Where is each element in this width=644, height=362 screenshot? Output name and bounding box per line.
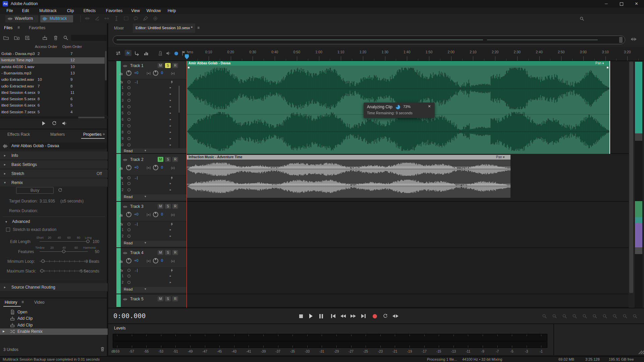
playhead-head-icon[interactable] (185, 54, 189, 57)
track-arm-button[interactable]: R (172, 157, 178, 162)
collapse-chevron-icon[interactable]: › (118, 195, 121, 199)
move-tool-icon[interactable] (85, 16, 90, 21)
marquee-selection-tool-icon[interactable] (123, 16, 129, 21)
volume-knob[interactable] (126, 258, 131, 263)
clip-pan-label[interactable]: Pan ▾ (595, 61, 609, 65)
fx-slot-arrow-icon[interactable]: ▸ (170, 182, 173, 186)
fx-slot-power-button[interactable] (127, 228, 130, 231)
file-row[interactable]: udio Extracted.wav109 (0, 77, 105, 83)
file-row[interactable]: lventure Time.mp312 (0, 57, 105, 64)
play-button[interactable] (307, 312, 315, 320)
tab-properties[interactable]: Properties (83, 132, 102, 137)
files-hscroll-thumb[interactable] (78, 117, 105, 118)
loop-playback-button[interactable] (381, 312, 390, 320)
zoom-in-amplitude-button[interactable] (582, 314, 587, 319)
fx-slot-power-button[interactable] (127, 99, 130, 102)
fx-power-button[interactable] (127, 176, 130, 179)
history-item[interactable]: Add Clip (0, 315, 108, 322)
pan-knob[interactable] (153, 165, 158, 170)
volume-envelope-line[interactable] (187, 184, 511, 184)
fx-slot-arrow-icon[interactable]: ▸ (170, 274, 173, 278)
fx-power-button[interactable] (127, 269, 130, 272)
fx-power-button[interactable] (127, 223, 130, 226)
menu-item-view[interactable]: View (129, 7, 142, 14)
zoom-in-time-button[interactable] (562, 314, 567, 319)
history-item[interactable]: ▶Enable Remix (0, 328, 108, 335)
fx-rack-toggle[interactable]: fx (125, 50, 131, 56)
pan-knob[interactable] (153, 212, 158, 217)
zoom-to-in-point-button[interactable] (612, 314, 618, 319)
column-header-access-order[interactable]: Access Order (35, 45, 58, 49)
trash-icon[interactable] (53, 35, 58, 41)
fade-handle[interactable] (607, 67, 608, 68)
menu-item-clip[interactable]: Clip (64, 7, 77, 14)
fx-slot-power-button[interactable] (127, 235, 130, 238)
fx-prepost-icon[interactable]: →| (133, 222, 140, 227)
tab-editor-session[interactable]: Editor: Untitled Session 10.sesx * (136, 26, 195, 31)
busy-button[interactable]: Busy (16, 187, 54, 194)
stop-button[interactable] (297, 312, 305, 320)
fx-slot-arrow-icon[interactable]: ▸ (170, 111, 173, 115)
track-solo-button[interactable]: S (165, 296, 171, 301)
track-name[interactable]: Track 3 (130, 204, 154, 209)
fx-slot-power-button[interactable] (127, 112, 130, 115)
zoom-in-button[interactable] (542, 314, 547, 319)
fx-slot-power-button[interactable] (127, 182, 130, 185)
stretch-checkbox[interactable] (6, 228, 10, 232)
zoom-out-time-button[interactable] (572, 314, 577, 319)
fx-slot-arrow-icon[interactable]: ▸ (170, 130, 173, 134)
fx-slot-arrow-icon[interactable]: ▸ (170, 118, 173, 122)
menu-item-edit[interactable]: Edit (19, 7, 32, 14)
fast-forward-button[interactable] (349, 312, 358, 320)
lasso-selection-tool-icon[interactable] (133, 16, 139, 21)
automation-mode-row[interactable]: Read▾ (121, 241, 187, 246)
automation-mode-row[interactable]: Read▾ (121, 287, 187, 292)
track-arm-button[interactable]: R (172, 296, 178, 301)
volume-knob[interactable] (126, 70, 131, 76)
tab-mixer[interactable]: Mixer (114, 26, 131, 31)
track-solo-button[interactable]: S (165, 250, 171, 255)
monitor-input-icon[interactable] (166, 51, 171, 56)
menu-item-multitrack[interactable]: Multitrack (35, 7, 61, 14)
fx-slot-power-button[interactable] (127, 281, 130, 284)
slider-knob[interactable] (62, 250, 65, 253)
new-item-icon[interactable] (25, 35, 30, 41)
shuttle-button[interactable] (391, 312, 400, 320)
skip-to-end-button[interactable] (359, 312, 368, 320)
history-panel-menu-icon[interactable]: ≡ (21, 300, 26, 305)
reset-remix-icon[interactable] (58, 188, 63, 193)
column-header-open-order[interactable]: Open Order (62, 45, 85, 49)
track-mute-button[interactable]: M (158, 63, 163, 68)
section-basic-settings[interactable]: ▸Basic Settings (0, 161, 108, 169)
metronome-icon[interactable] (158, 51, 163, 56)
fx-slot-power-button[interactable] (127, 275, 130, 278)
section-remix[interactable]: ▾Remix (0, 179, 108, 187)
pan-knob[interactable] (153, 70, 158, 76)
zoom-to-out-point-button[interactable] (623, 314, 628, 319)
time-selection-tool-icon[interactable] (114, 16, 119, 21)
fx-slot-power-button[interactable] (127, 118, 130, 121)
zoom-to-selection-button[interactable] (602, 314, 607, 319)
view-button-waveform[interactable]: Waveform (5, 15, 38, 22)
track-mute-button[interactable]: M (158, 157, 163, 162)
track-solo-button[interactable]: S (165, 204, 171, 209)
search-files-icon[interactable] (63, 35, 68, 41)
record-button[interactable] (370, 312, 379, 320)
track-solo-button[interactable]: S (165, 63, 171, 68)
track-arm-button[interactable]: R (172, 63, 178, 68)
editor-panel-menu-icon[interactable]: ≡ (197, 25, 202, 31)
tab-history[interactable]: History (5, 300, 17, 305)
files-play-button[interactable] (41, 121, 46, 126)
zoom-out-amplitude-button[interactable] (592, 314, 597, 319)
clip-infraction-music-adventure-time[interactable]: Infraction Music - Adventure TimePan ▾ (187, 155, 511, 198)
fx-prepost-icon[interactable]: →| (133, 176, 140, 180)
fx-rack-scroll-thumb[interactable] (178, 86, 180, 113)
track-name[interactable]: Track 2 (130, 157, 154, 162)
volume-knob[interactable] (126, 165, 131, 170)
collapse-chevron-icon[interactable]: › (118, 288, 121, 292)
properties-overflow-button[interactable]: » (103, 132, 107, 137)
fx-slot-arrow-icon[interactable]: ▸ (170, 86, 173, 90)
spot-healing-tool-icon[interactable] (153, 16, 158, 21)
tab-markers[interactable]: Markers (50, 132, 65, 137)
fx-slot-arrow-icon[interactable]: ▸ (170, 137, 173, 141)
